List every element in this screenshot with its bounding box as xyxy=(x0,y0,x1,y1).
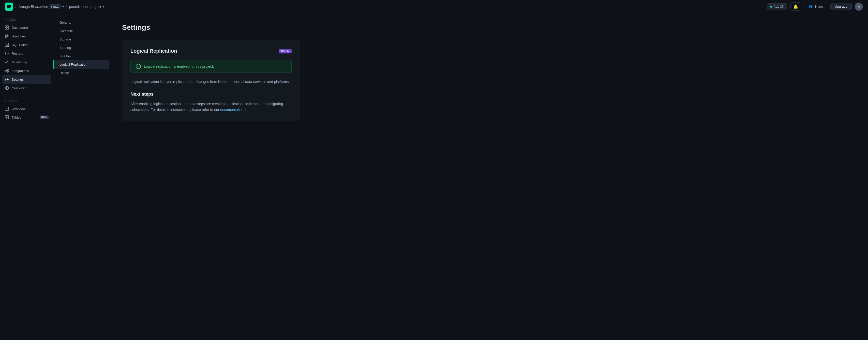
sidebar-item-sql-editor[interactable]: SQL Editor xyxy=(2,40,51,49)
neon-logo[interactable] xyxy=(5,3,13,11)
subnav-storage-label: Storage xyxy=(60,37,71,41)
sidebar-item-settings[interactable]: Settings xyxy=(2,75,51,84)
success-banner: ✓ Logical replication is enabled for thi… xyxy=(130,60,291,73)
svg-point-11 xyxy=(7,71,9,73)
bell-icon: 🔔 xyxy=(793,4,798,9)
subnav-logical-replication[interactable]: Logical Replication xyxy=(53,60,109,69)
subnav-compute-label: Compute xyxy=(60,29,73,33)
subnav-general[interactable]: General xyxy=(53,18,109,27)
avatar[interactable]: A xyxy=(855,3,863,11)
sidebar-item-tables[interactable]: Tables NEW xyxy=(2,113,51,122)
breadcrumb-user[interactable]: Amogh Bharadwaj FREE ▾ xyxy=(19,4,64,9)
settings-icon xyxy=(5,77,9,82)
sidebar-item-sql-editor-label: SQL Editor xyxy=(12,43,28,47)
avatar-initials: A xyxy=(858,5,860,9)
subnav-ip-allow[interactable]: IP Allow xyxy=(53,52,109,60)
card-header: Logical Replication BETA xyxy=(130,48,291,54)
sql-editor-icon xyxy=(5,42,9,47)
check-icon: ✓ xyxy=(136,64,141,69)
monitoring-icon xyxy=(5,60,9,64)
sidebar-item-quickstart-label: Quickstart xyxy=(12,86,27,90)
next-steps-description: After enabling logical replication, the … xyxy=(130,101,291,112)
main-content: Settings Logical Replication BETA ✓ Logi… xyxy=(109,13,868,340)
svg-rect-1 xyxy=(7,26,9,27)
page-title: Settings xyxy=(122,23,855,32)
integrations-icon xyxy=(5,68,9,73)
sidebar-item-dashboard-label: Dashboard xyxy=(12,26,28,30)
sidebar-item-settings-label: Settings xyxy=(12,78,24,81)
users-icon: 👥 xyxy=(808,5,813,8)
sidebar-item-overview[interactable]: Overview xyxy=(2,104,51,113)
logical-replication-card: Logical Replication BETA ✓ Logical repli… xyxy=(122,40,300,121)
tables-icon xyxy=(5,115,9,120)
svg-rect-0 xyxy=(5,26,7,27)
svg-point-5 xyxy=(7,35,8,36)
quickstart-icon xyxy=(5,86,9,90)
success-message: Logical replication is enabled for this … xyxy=(144,64,214,68)
sidebar-item-monitoring[interactable]: Monitoring xyxy=(2,58,51,66)
topnav: / Amogh Bharadwaj FREE ▾ / peerdb-neon-p… xyxy=(0,0,868,13)
settings-subnav: General Compute Storage Sharing IP Allow… xyxy=(53,13,109,340)
chevron-down-icon-2: ▾ xyxy=(103,5,104,8)
restore-icon xyxy=(5,51,9,56)
subnav-sharing-label: Sharing xyxy=(60,46,71,50)
doc-link-suffix: . xyxy=(247,108,248,112)
svg-point-9 xyxy=(5,70,7,72)
svg-point-12 xyxy=(6,79,8,80)
branch-section-label: BRANCH xyxy=(2,98,51,104)
beta-badge: BETA xyxy=(279,49,291,53)
share-button[interactable]: 👥 Share xyxy=(804,3,827,10)
svg-rect-14 xyxy=(5,107,9,110)
breadcrumb-user-label: Amogh Bharadwaj xyxy=(19,5,48,9)
share-label: Share xyxy=(814,5,823,8)
status-label: ALL OK xyxy=(774,5,784,8)
next-steps-text: After enabling logical replication, the … xyxy=(130,102,283,111)
new-badge: NEW xyxy=(40,116,49,119)
upgrade-button[interactable]: Upgrade xyxy=(830,3,852,10)
sidebar-item-branches[interactable]: Branches xyxy=(2,32,51,40)
breadcrumb-project-label: peerdb-neon-project xyxy=(69,5,101,9)
sidebar-item-overview-label: Overview xyxy=(12,107,25,111)
sidebar-item-integrations[interactable]: Integrations xyxy=(2,66,51,75)
overview-icon xyxy=(5,106,9,111)
sidebar: PROJECT Dashboard B xyxy=(0,13,53,340)
subnav-delete[interactable]: Delete xyxy=(53,69,109,77)
sidebar-item-tables-label: Tables xyxy=(12,116,21,119)
subnav-storage[interactable]: Storage xyxy=(53,35,109,44)
card-description: Logical replication lets you replicate d… xyxy=(130,79,291,84)
chevron-down-icon: ▾ xyxy=(62,5,64,8)
subnav-logical-replication-label: Logical Replication xyxy=(60,63,87,66)
breadcrumb-sep-1: / xyxy=(15,4,17,9)
subnav-sharing[interactable]: Sharing xyxy=(53,44,109,52)
dashboard-icon xyxy=(5,25,9,30)
status-dot xyxy=(770,6,772,8)
content-area: General Compute Storage Sharing IP Allow… xyxy=(53,13,868,340)
sidebar-item-dashboard[interactable]: Dashboard xyxy=(2,23,51,32)
breadcrumb-sep-2: / xyxy=(66,4,67,9)
topnav-right: ALL OK 🔔 👥 Share Upgrade A xyxy=(767,2,863,11)
subnav-ip-allow-label: IP Allow xyxy=(60,54,71,58)
svg-rect-15 xyxy=(5,116,9,119)
svg-point-4 xyxy=(5,35,6,36)
external-link-icon: ↗ xyxy=(244,108,247,112)
documentation-link[interactable]: documentation↗ xyxy=(220,108,247,112)
card-title: Logical Replication xyxy=(130,48,177,54)
sidebar-item-restore[interactable]: Restore xyxy=(2,49,51,58)
topnav-left: / Amogh Bharadwaj FREE ▾ / peerdb-neon-p… xyxy=(5,3,104,11)
svg-point-10 xyxy=(7,69,9,70)
next-steps-title: Next steps xyxy=(130,92,291,97)
sidebar-item-quickstart[interactable]: Quickstart xyxy=(2,84,51,92)
notifications-button[interactable]: 🔔 xyxy=(790,2,801,11)
branches-icon xyxy=(5,34,9,38)
doc-link-label: documentation xyxy=(220,108,244,112)
breadcrumb-project[interactable]: peerdb-neon-project ▾ xyxy=(69,5,104,9)
subnav-delete-label: Delete xyxy=(60,71,69,75)
status-indicator: ALL OK xyxy=(767,3,788,10)
sidebar-item-monitoring-label: Monitoring xyxy=(12,60,27,64)
free-badge: FREE xyxy=(49,4,61,9)
svg-rect-3 xyxy=(7,28,9,29)
subnav-compute[interactable]: Compute xyxy=(53,27,109,35)
sidebar-item-restore-label: Restore xyxy=(12,52,23,55)
main-layout: PROJECT Dashboard B xyxy=(0,13,868,340)
sidebar-item-branches-label: Branches xyxy=(12,34,26,38)
